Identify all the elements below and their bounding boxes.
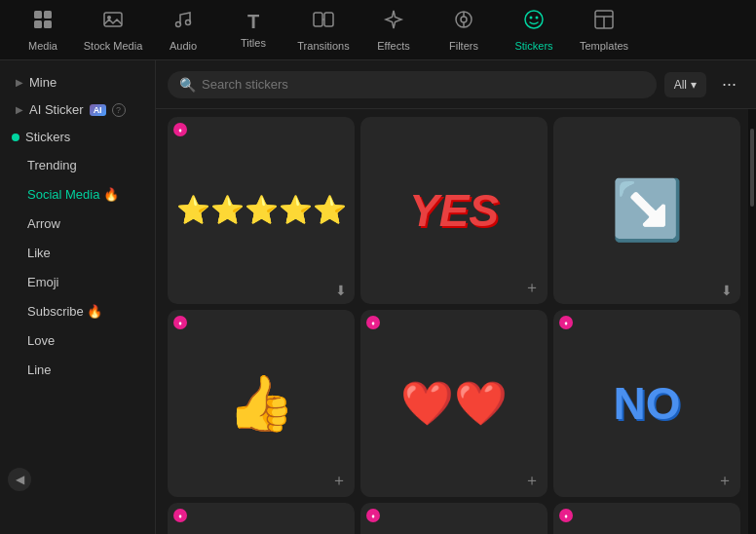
sticker-download-stars[interactable]: ⬇ <box>335 283 347 298</box>
titles-icon: T <box>247 11 259 33</box>
media-icon <box>32 9 54 36</box>
top-nav: Media Stock Media Audio T Titles <box>0 0 756 60</box>
nav-stock-media[interactable]: Stock Media <box>78 3 148 57</box>
svg-point-15 <box>530 16 533 19</box>
search-icon: 🔍 <box>179 77 196 93</box>
nav-filters[interactable]: Filters <box>429 3 499 57</box>
sticker-content-yes: YES <box>409 188 499 233</box>
sticker-content-no: NO <box>614 381 681 426</box>
sticker-content-hearts: ❤️❤️ <box>400 382 508 425</box>
sticker-content-thumbsup: 👍 <box>227 376 295 431</box>
svg-rect-0 <box>34 11 42 19</box>
nav-effects[interactable]: Effects <box>359 3 429 57</box>
ai-badge: AI <box>90 104 106 116</box>
sticker-download-arrow[interactable]: ⬇ <box>721 283 733 298</box>
sticker-card-social-post[interactable]: 📬 ⬇ <box>360 503 548 534</box>
sidebar-item-subscribe[interactable]: Subscribe 🔥 <box>4 297 151 325</box>
sticker-badge-hearts <box>366 316 380 329</box>
nav-stickers[interactable]: Stickers <box>499 3 569 57</box>
search-input[interactable] <box>202 77 645 92</box>
nav-templates-label: Templates <box>580 40 628 52</box>
nav-templates[interactable]: Templates <box>569 3 639 57</box>
sticker-card-no[interactable]: NO ＋ <box>553 310 740 497</box>
templates-icon <box>593 9 615 36</box>
filter-chevron: ▾ <box>691 78 697 92</box>
sticker-badge-phone <box>173 509 187 522</box>
sidebar-mine-label: Mine <box>29 75 57 90</box>
filter-dropdown-btn[interactable]: All ▾ <box>664 72 706 97</box>
svg-rect-1 <box>44 11 52 19</box>
active-indicator <box>12 134 19 141</box>
sidebar-item-line[interactable]: Line <box>4 356 151 384</box>
search-input-wrap[interactable]: 🔍 <box>168 71 657 98</box>
trending-label: Trending <box>27 158 77 172</box>
sticker-card-playbtn[interactable]: ▶️ ⬇ <box>553 503 740 534</box>
stickers-icon <box>523 9 545 36</box>
main-layout: ▶ Mine ▶ AI Sticker AI ? Stickers Trendi… <box>0 60 756 534</box>
sidebar-item-trending[interactable]: Trending <box>4 151 151 179</box>
sidebar-ai-sticker-label: AI Sticker <box>29 102 84 117</box>
svg-rect-9 <box>324 13 333 26</box>
nav-media-label: Media <box>28 40 57 52</box>
nav-stock-media-label: Stock Media <box>84 40 143 52</box>
sticker-add-yes[interactable]: ＋ <box>524 278 540 298</box>
sidebar-stickers-header[interactable]: Stickers <box>0 124 155 150</box>
sidebar-item-love[interactable]: Love <box>4 326 151 355</box>
sidebar-item-social-media[interactable]: Social Media 🔥 <box>4 180 151 209</box>
audio-icon <box>172 9 194 36</box>
svg-point-16 <box>536 16 539 19</box>
sidebar-item-arrow[interactable]: Arrow <box>4 210 151 238</box>
nav-media[interactable]: Media <box>8 3 78 57</box>
effects-icon <box>383 9 404 36</box>
nav-stickers-label: Stickers <box>514 40 552 52</box>
help-icon[interactable]: ? <box>112 103 126 117</box>
sticker-add-hearts[interactable]: ＋ <box>524 471 540 491</box>
like-label: Like <box>27 246 51 260</box>
transitions-icon <box>313 9 334 36</box>
love-label: Love <box>27 333 55 348</box>
sidebar-section-mine[interactable]: ▶ Mine <box>4 69 151 95</box>
sticker-content-stars: ⭐⭐⭐⭐⭐ <box>176 194 347 227</box>
scrollbar-thumb[interactable] <box>750 129 754 207</box>
sticker-card-yes[interactable]: YES ＋ <box>360 117 548 304</box>
sticker-card-arrow[interactable]: ↘️ ⬇ <box>553 117 740 304</box>
svg-rect-8 <box>314 13 322 26</box>
sidebar-stickers-label: Stickers <box>25 130 70 144</box>
sticker-card-hearts[interactable]: ❤️❤️ ＋ <box>360 310 548 497</box>
emoji-label: Emoji <box>27 275 59 289</box>
sticker-card-stars[interactable]: ⭐⭐⭐⭐⭐ ⬇ <box>168 117 355 304</box>
collapse-sidebar-btn[interactable]: ◀ <box>0 464 156 495</box>
sticker-badge-thumbsup <box>173 316 187 329</box>
nav-titles-label: Titles <box>241 37 266 49</box>
arrow-label: Arrow <box>27 216 60 231</box>
filters-icon <box>453 9 474 36</box>
nav-transitions-label: Transitions <box>297 40 349 52</box>
nav-audio-label: Audio <box>170 40 197 52</box>
sidebar-section-ai-sticker[interactable]: ▶ AI Sticker AI ? <box>4 96 151 123</box>
sticker-grid: ⭐⭐⭐⭐⭐ ⬇ YES ＋ ↘️ ⬇ 👍 <box>168 117 740 534</box>
sticker-add-thumbsup[interactable]: ＋ <box>331 471 347 491</box>
svg-rect-3 <box>44 20 52 28</box>
sticker-badge-social-post <box>366 509 380 522</box>
sticker-card-thumbsup[interactable]: 👍 ＋ <box>168 310 355 497</box>
nav-filters-label: Filters <box>449 40 478 52</box>
nav-transitions[interactable]: Transitions <box>288 3 359 57</box>
sidebar-item-emoji[interactable]: Emoji <box>4 268 151 296</box>
line-label: Line <box>27 362 52 377</box>
social-media-label: Social Media 🔥 <box>27 187 119 202</box>
nav-audio[interactable]: Audio <box>148 3 218 57</box>
ai-sticker-chevron: ▶ <box>16 104 23 115</box>
sidebar: ▶ Mine ▶ AI Sticker AI ? Stickers Trendi… <box>0 60 156 534</box>
sticker-add-no[interactable]: ＋ <box>717 471 733 491</box>
mine-chevron: ▶ <box>16 77 23 88</box>
scrollbar-track[interactable] <box>748 109 756 534</box>
sticker-badge-stars <box>173 123 187 136</box>
nav-effects-label: Effects <box>377 40 409 52</box>
nav-titles[interactable]: T Titles <box>218 3 288 57</box>
svg-point-6 <box>176 21 181 26</box>
svg-point-14 <box>525 11 543 28</box>
sticker-card-phone[interactable]: 📱 ⬇ <box>168 503 355 534</box>
svg-rect-2 <box>34 20 42 28</box>
more-options-btn[interactable]: ··· <box>714 70 744 98</box>
sidebar-item-like[interactable]: Like <box>4 239 151 267</box>
